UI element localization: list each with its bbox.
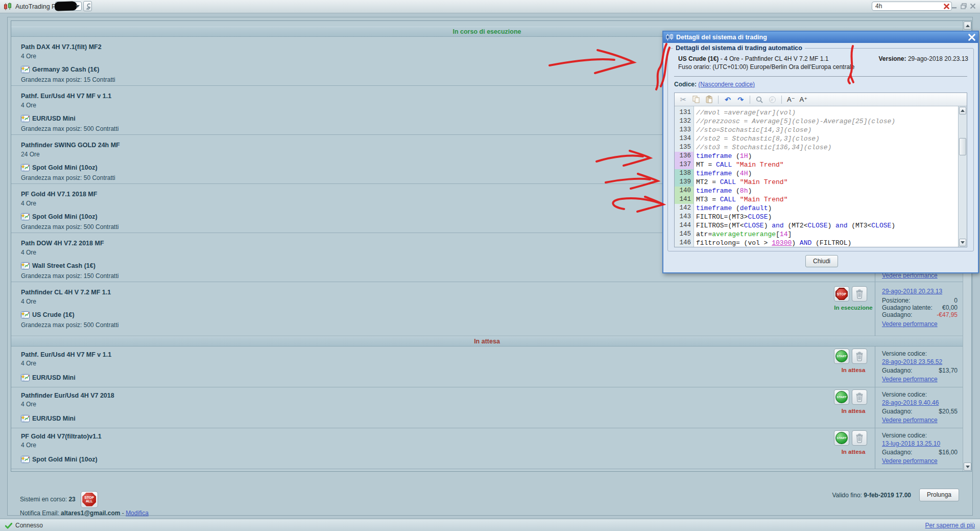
filter-input[interactable]	[875, 3, 941, 10]
cut-icon[interactable]: ✂	[679, 95, 688, 104]
scroll-up-button[interactable]	[964, 21, 971, 30]
divider	[674, 76, 967, 77]
delete-system-button[interactable]	[852, 430, 867, 446]
code-token: 10300	[772, 239, 792, 247]
timeframe-filter-box	[872, 2, 952, 11]
system-name: Path DAX 4H V7.1(filt) MF2	[21, 43, 102, 51]
instrument-name: Spot Gold Mini (10oz)	[32, 456, 98, 463]
version-date-link[interactable]: 28-ago-2018 23.56.52	[882, 358, 958, 365]
system-timeframe: 4 Ore	[21, 53, 36, 60]
extend-button[interactable]: Prolunga	[919, 489, 959, 501]
code-line: 133//sto=Stochastic[14,3](close)	[675, 126, 958, 134]
code-token: //prezzoosc = Average[5](close)-Average[…	[696, 118, 895, 125]
code-line-text: MT = CALL "Main Trend"	[694, 160, 784, 169]
minimize-icon[interactable]	[951, 3, 958, 9]
start-system-button[interactable]: START	[834, 389, 849, 405]
scroll-down-button[interactable]	[964, 463, 971, 471]
system-instrument-line: US Crude (1€) - 4 Ore - Pathfinder CL 4H…	[678, 55, 828, 62]
code-line-text: MT2 = CALL "Main Trend"	[694, 178, 787, 187]
code-line-text: timeframe (1H)	[694, 152, 752, 160]
code-token: CLOSE	[871, 222, 891, 229]
code-scroll-down-button[interactable]	[959, 239, 966, 246]
instrument-chart-icon	[21, 66, 30, 73]
code-line: 138timeframe (4H)	[675, 169, 958, 178]
code-line-text: atr=averagetruerange[14]	[694, 230, 792, 239]
code-token: MT3 =	[696, 196, 720, 203]
performance-link[interactable]: Vedere performance	[882, 320, 958, 328]
learn-more-link[interactable]: Per saperne di più	[925, 522, 975, 529]
instrument-name: Germany 30 Cash (1€)	[32, 66, 99, 73]
system-timeframe: 4 Ore	[21, 249, 36, 256]
latent-profit-value: €0,00	[942, 304, 958, 311]
restore-icon[interactable]	[961, 3, 967, 9]
clear-filter-icon[interactable]	[944, 4, 949, 9]
row-info-column: 29-ago-2018 20.23.13Posizione:0Guadagno …	[880, 282, 959, 336]
code-token: filtrolong= (vol >	[696, 239, 772, 247]
dialog-close-icon[interactable]	[968, 33, 976, 41]
row-buttons: STOP In esecuzione	[832, 282, 875, 336]
stop-all-button[interactable]: STOPALL	[81, 491, 98, 508]
dialog-titlebar[interactable]: Dettagli del sistema di trading	[663, 32, 978, 43]
dialog-title: Dettagli del sistema di trading	[676, 34, 767, 41]
hide-code-link[interactable]: (Nascondere codice)	[698, 81, 755, 88]
profit-line: Guadagno:$16,00	[882, 449, 958, 456]
code-token: //sto=Stochastic[14,3](close)	[696, 126, 811, 134]
stop-system-button[interactable]: STOP	[834, 286, 849, 302]
code-editor-panel: ✂ ↶ ↷ //	[674, 93, 967, 247]
candlestick-app-icon	[4, 3, 12, 11]
settings-wrench-button[interactable]	[83, 1, 92, 11]
version-date-link[interactable]: 13-lug-2018 13.25.10	[882, 440, 958, 447]
paste-icon[interactable]	[704, 95, 713, 104]
version-date-link[interactable]: 28-ago-2018 9.40.46	[882, 399, 958, 406]
position-label: Posizione:	[882, 297, 910, 304]
code-scrollbar-thumb[interactable]	[959, 138, 966, 155]
system-name: Pathf. Eur/Usd 4H V7 MF v 1.1	[21, 93, 111, 100]
code-token: FILTROL=(MT3>	[696, 213, 748, 221]
code-line-text: FILTROL=(MT3>CLOSE)	[694, 213, 772, 221]
version-code-label: Versione codice:	[882, 350, 958, 357]
code-token: )	[768, 204, 772, 212]
validity-line: Valido fino: 9-feb-2019 17.00	[832, 492, 911, 499]
code-line: 134//sto2 = Stochastic[8,3](close)	[675, 134, 958, 143]
code-line: 141MT3 = CALL "Main Trend"	[675, 195, 958, 204]
instrument-name: US Crude (1€)	[32, 311, 75, 318]
line-number: 144	[675, 221, 694, 230]
code-token: //sto2 = Stochastic[8,3](close)	[696, 135, 820, 143]
line-number: 134	[675, 134, 694, 143]
delete-system-button[interactable]	[852, 389, 867, 405]
undo-icon[interactable]: ↶	[723, 95, 732, 104]
code-line-text: //prezzoosc = Average[5](close)-Average[…	[694, 117, 895, 126]
modify-email-link[interactable]: Modifica	[126, 510, 149, 517]
code-toolbar: ✂ ↶ ↷ //	[675, 93, 967, 106]
search-icon[interactable]	[755, 95, 764, 104]
comment-icon[interactable]: //	[768, 95, 777, 104]
start-system-button[interactable]: START	[834, 430, 849, 446]
version-code-label: Versione codice:	[882, 391, 958, 398]
copy-icon[interactable]	[691, 95, 701, 104]
redacted-account-selector[interactable]	[55, 2, 82, 11]
version-date-link[interactable]: 29-ago-2018 20.23.13	[882, 288, 958, 295]
performance-link[interactable]: Vedere performance	[882, 457, 958, 465]
start-system-button[interactable]: START	[834, 349, 849, 364]
code-line-text: //mvol =average[var](vol)	[694, 108, 796, 117]
delete-system-button[interactable]	[852, 286, 867, 302]
code-line: 139MT2 = CALL "Main Trend"	[675, 178, 958, 187]
wrench-icon	[85, 3, 90, 10]
delete-system-button[interactable]	[852, 349, 867, 364]
notification-email: altares1@gmail.com	[61, 510, 120, 517]
system-name: PF Gold 4H V7(filtrato)v1.1	[21, 433, 102, 440]
code-editor[interactable]: 131//mvol =average[var](vol)132//prezzoo…	[675, 106, 967, 247]
performance-link[interactable]: Vedere performance	[882, 376, 958, 383]
decrease-font-icon[interactable]: A⁻	[786, 95, 796, 104]
close-dialog-button[interactable]: Chiudi	[805, 255, 838, 267]
performance-link[interactable]: Vedere performance	[882, 417, 958, 424]
close-icon[interactable]	[970, 3, 976, 9]
increase-font-icon[interactable]: A⁺	[799, 95, 808, 104]
code-token: CLOSE	[744, 222, 764, 229]
code-scroll-up-button[interactable]	[959, 107, 966, 114]
redo-icon[interactable]: ↷	[736, 95, 745, 104]
code-token	[732, 161, 736, 169]
profit-value: $16,00	[939, 449, 958, 456]
line-number: 142	[675, 204, 694, 213]
profit-label: Guadagno:	[882, 408, 912, 415]
